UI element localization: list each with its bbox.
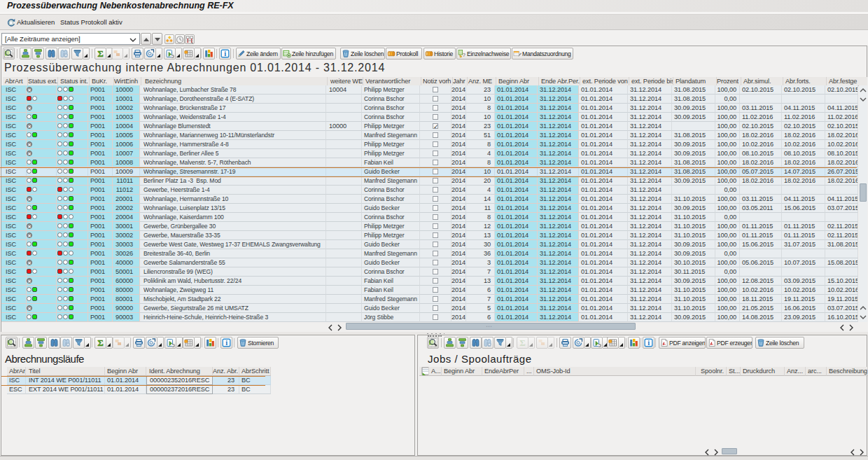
svg-text:i: i	[225, 339, 227, 347]
svg-text:i: i	[648, 339, 650, 347]
svg-text:Σ: Σ	[519, 338, 526, 347]
svg-text:Σ: Σ	[97, 338, 104, 347]
